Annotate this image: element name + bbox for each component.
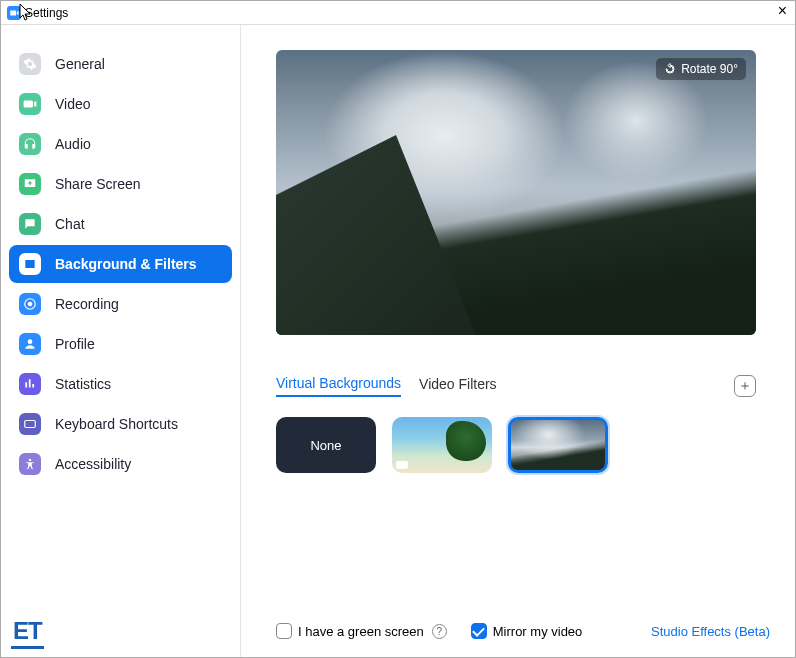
preview-mountain-graphic bbox=[276, 135, 476, 335]
studio-effects-link[interactable]: Studio Effects (Beta) bbox=[651, 624, 770, 639]
sidebar-item-label: Recording bbox=[55, 296, 119, 312]
sidebar-item-chat[interactable]: Chat bbox=[9, 205, 232, 243]
sidebar-item-share-screen[interactable]: Share Screen bbox=[9, 165, 232, 203]
sidebar-item-recording[interactable]: Recording bbox=[9, 285, 232, 323]
mirror-label: Mirror my video bbox=[493, 624, 583, 639]
sidebar-item-label: Share Screen bbox=[55, 176, 141, 192]
brand-watermark: ET bbox=[11, 617, 44, 649]
sidebar-item-label: Profile bbox=[55, 336, 95, 352]
sidebar-item-audio[interactable]: Audio bbox=[9, 125, 232, 163]
content-area: General Video Audio Share Screen Chat Ba… bbox=[1, 25, 795, 657]
sidebar-item-label: Background & Filters bbox=[55, 256, 197, 272]
svg-point-1 bbox=[28, 302, 33, 307]
sidebar-item-profile[interactable]: Profile bbox=[9, 325, 232, 363]
titlebar: Settings × bbox=[1, 1, 795, 25]
mirror-video-checkbox[interactable]: Mirror my video bbox=[471, 623, 583, 639]
green-screen-checkbox[interactable]: I have a green screen ? bbox=[276, 623, 447, 639]
svg-rect-3 bbox=[25, 421, 36, 428]
sidebar-item-general[interactable]: General bbox=[9, 45, 232, 83]
close-button[interactable]: × bbox=[778, 3, 787, 19]
sidebar-item-label: Video bbox=[55, 96, 91, 112]
background-icon bbox=[19, 253, 41, 275]
svg-point-2 bbox=[28, 339, 33, 344]
accessibility-icon bbox=[19, 453, 41, 475]
help-icon[interactable]: ? bbox=[432, 624, 447, 639]
sidebar-item-label: Chat bbox=[55, 216, 85, 232]
svg-point-4 bbox=[29, 459, 31, 461]
share-screen-icon bbox=[19, 173, 41, 195]
chat-icon bbox=[19, 213, 41, 235]
sidebar: General Video Audio Share Screen Chat Ba… bbox=[1, 25, 241, 657]
video-icon bbox=[19, 93, 41, 115]
video-preview: Rotate 90° bbox=[276, 50, 756, 335]
cursor-icon bbox=[19, 3, 33, 21]
tab-video-filters[interactable]: Video Filters bbox=[419, 376, 497, 396]
checkbox-unchecked-icon bbox=[276, 623, 292, 639]
profile-icon bbox=[19, 333, 41, 355]
checkbox-checked-icon bbox=[471, 623, 487, 639]
rotate-label: Rotate 90° bbox=[681, 62, 738, 76]
thumb-beach[interactable] bbox=[392, 417, 492, 473]
footer-options: I have a green screen ? Mirror my video … bbox=[276, 623, 770, 639]
sidebar-item-video[interactable]: Video bbox=[9, 85, 232, 123]
gear-icon bbox=[19, 53, 41, 75]
sidebar-item-background-filters[interactable]: Background & Filters bbox=[9, 245, 232, 283]
statistics-icon bbox=[19, 373, 41, 395]
add-background-button[interactable]: ＋ bbox=[734, 375, 756, 397]
sidebar-item-label: Keyboard Shortcuts bbox=[55, 416, 178, 432]
keyboard-icon bbox=[19, 413, 41, 435]
sidebar-item-keyboard-shortcuts[interactable]: Keyboard Shortcuts bbox=[9, 405, 232, 443]
main-panel: Rotate 90° Virtual Backgrounds Video Fil… bbox=[241, 25, 795, 657]
thumb-mountain-selected[interactable] bbox=[508, 417, 608, 473]
camera-badge-icon bbox=[396, 461, 408, 469]
sidebar-item-label: Accessibility bbox=[55, 456, 131, 472]
sidebar-item-accessibility[interactable]: Accessibility bbox=[9, 445, 232, 483]
thumb-none[interactable]: None bbox=[276, 417, 376, 473]
rotate-icon bbox=[664, 63, 676, 75]
green-screen-label: I have a green screen bbox=[298, 624, 424, 639]
sidebar-item-statistics[interactable]: Statistics bbox=[9, 365, 232, 403]
record-icon bbox=[19, 293, 41, 315]
headphones-icon bbox=[19, 133, 41, 155]
sidebar-item-label: Statistics bbox=[55, 376, 111, 392]
sidebar-item-label: General bbox=[55, 56, 105, 72]
sidebar-item-label: Audio bbox=[55, 136, 91, 152]
background-tabs: Virtual Backgrounds Video Filters ＋ bbox=[276, 375, 756, 397]
background-thumbnails: None bbox=[276, 417, 770, 473]
tab-virtual-backgrounds[interactable]: Virtual Backgrounds bbox=[276, 375, 401, 397]
rotate-90-button[interactable]: Rotate 90° bbox=[656, 58, 746, 80]
thumb-none-label: None bbox=[310, 438, 341, 453]
